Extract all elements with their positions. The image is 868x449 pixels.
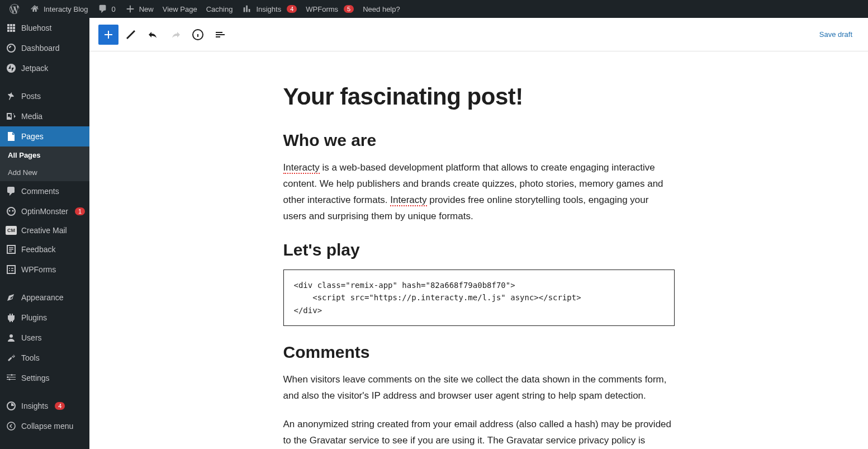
sidebar-bluehost[interactable]: Bluehost — [0, 18, 89, 38]
redo-button[interactable] — [165, 25, 186, 45]
paragraph-2[interactable]: When visitors leave comments on the site… — [283, 372, 675, 404]
sidebar-users[interactable]: Users — [0, 328, 89, 348]
need-help[interactable]: Need help? — [358, 0, 405, 18]
outline-button[interactable] — [210, 25, 230, 45]
sidebar-plugins[interactable]: Plugins — [0, 308, 89, 328]
comments-icon — [6, 186, 17, 197]
appearance-icon — [6, 292, 17, 303]
collapse-icon — [6, 420, 17, 432]
wordpress-icon — [9, 3, 20, 15]
view-page[interactable]: View Page — [158, 0, 202, 18]
wpforms-nav[interactable]: WPForms 5 — [301, 0, 358, 18]
sidebar-feedback[interactable]: Feedback — [0, 239, 89, 259]
undo-button[interactable] — [143, 25, 163, 45]
new-content[interactable]: New — [120, 0, 158, 18]
media-icon — [6, 111, 17, 122]
wpforms-badge: 5 — [344, 5, 354, 13]
svg-point-2 — [9, 210, 11, 212]
dashboard-icon — [6, 42, 17, 54]
svg-point-7 — [7, 376, 9, 378]
code-block[interactable]: <div class="remix-app" hash="82a668f79a0… — [283, 270, 675, 326]
editor-toolbar: Save draft — [89, 18, 868, 51]
add-block-button[interactable] — [98, 25, 118, 45]
sidebar-wpforms[interactable]: WPForms — [0, 259, 89, 280]
sidebar-jetpack[interactable]: Jetpack — [0, 58, 89, 78]
svg-rect-5 — [7, 266, 15, 273]
svg-point-3 — [12, 210, 14, 212]
optinmonster-badge: 1 — [75, 207, 85, 215]
save-draft-button[interactable]: Save draft — [813, 27, 859, 42]
editor-canvas[interactable]: Your fascinating post! Who we are Intera… — [89, 51, 868, 449]
insights-badge: 4 — [55, 402, 65, 410]
site-name-label: Interacty Blog — [44, 5, 88, 13]
sidebar-pages[interactable]: Pages — [0, 126, 89, 146]
details-button[interactable] — [188, 25, 208, 45]
comments-nav[interactable]: 0 — [93, 0, 120, 18]
jetpack-icon — [6, 63, 17, 74]
sidebar-posts[interactable]: Posts — [0, 86, 89, 106]
svg-point-6 — [10, 334, 13, 338]
comment-icon — [97, 3, 108, 15]
heading-lets-play[interactable]: Let's play — [283, 240, 675, 259]
spell-interacty-1: Interacty — [283, 162, 320, 174]
sidebar-media[interactable]: Media — [0, 106, 89, 126]
pushpin-icon — [6, 91, 17, 102]
heading-comments[interactable]: Comments — [283, 343, 675, 362]
tools-icon — [6, 352, 17, 363]
insights-badge: 4 — [287, 5, 297, 13]
sidebar-comments[interactable]: Comments — [0, 181, 89, 201]
comments-count: 0 — [112, 5, 116, 13]
plus-icon — [125, 3, 136, 15]
insights-nav[interactable]: Insights 4 — [237, 0, 301, 18]
caching[interactable]: Caching — [202, 0, 238, 18]
settings-icon — [6, 372, 17, 384]
sidebar-dashboard[interactable]: Dashboard — [0, 38, 89, 58]
admin-sidebar: Bluehost Dashboard Jetpack Posts Media P… — [0, 18, 89, 449]
insights-icon — [6, 400, 17, 412]
sidebar-collapse[interactable]: Collapse menu — [0, 416, 89, 436]
users-icon — [6, 332, 17, 343]
page-icon — [6, 131, 17, 142]
site-name[interactable]: Interacty Blog — [25, 0, 93, 18]
sidebar-tools[interactable]: Tools — [0, 348, 89, 368]
wp-logo[interactable] — [4, 0, 25, 18]
spell-interacty-2: Interacty — [390, 195, 426, 206]
svg-point-9 — [9, 379, 11, 380]
sidebar-add-new[interactable]: Add New — [0, 164, 89, 181]
sidebar-appearance[interactable]: Appearance — [0, 287, 89, 308]
paragraph-1[interactable]: Interacty is a web-based development pla… — [283, 160, 675, 225]
svg-point-8 — [11, 374, 13, 376]
wpforms-label: WPForms — [306, 5, 338, 13]
home-icon — [29, 3, 40, 15]
sidebar-settings[interactable]: Settings — [0, 368, 89, 388]
new-label: New — [139, 5, 154, 13]
svg-point-1 — [7, 207, 15, 215]
plugins-icon — [6, 312, 17, 323]
sidebar-optinmonster[interactable]: OptinMonster 1 — [0, 201, 89, 221]
post-title[interactable]: Your fascinating post! — [283, 83, 675, 111]
editor-area: Save draft Your fascinating post! Who we… — [89, 18, 868, 449]
chart-icon — [241, 3, 253, 15]
heading-who-we-are[interactable]: Who we are — [283, 131, 675, 150]
sidebar-creative-mail[interactable]: CM Creative Mail — [0, 221, 89, 239]
feedback-icon — [6, 244, 17, 255]
modes-button[interactable] — [121, 25, 141, 45]
svg-point-0 — [7, 64, 16, 73]
admin-bar: Interacty Blog 0 New View Page Caching I… — [0, 0, 868, 18]
sidebar-all-pages[interactable]: All Pages — [0, 146, 89, 164]
paragraph-3[interactable]: An anonymized string created from your e… — [283, 417, 675, 449]
bluehost-icon — [6, 22, 17, 34]
svg-point-11 — [7, 422, 15, 430]
wpforms-icon — [6, 264, 17, 275]
insights-label: Insights — [256, 5, 281, 13]
optinmonster-icon — [6, 206, 17, 217]
creative-mail-icon: CM — [6, 226, 17, 235]
sidebar-insights[interactable]: Insights 4 — [0, 396, 89, 416]
